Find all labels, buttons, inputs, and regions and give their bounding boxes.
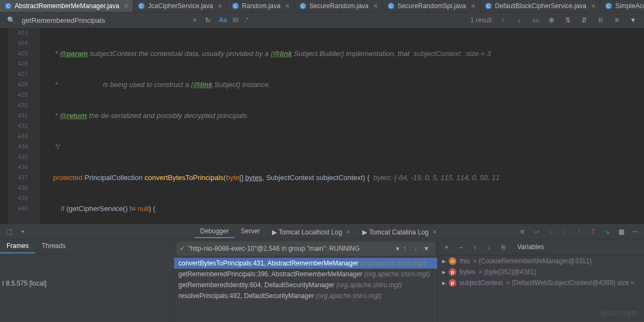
thread-selector[interactable]: ✔ "http-nio-8088-exec-10"@2,546 in group… xyxy=(176,242,435,256)
debug-panel: ⬚ + Debugger Server ▶ Tomcat Localhost L… xyxy=(0,224,644,322)
param-icon: p xyxy=(449,279,456,287)
tab-file[interactable]: CSimpleAccount xyxy=(600,0,644,12)
svg-text:C: C xyxy=(7,3,10,9)
watermark: @51CTO博客 xyxy=(600,309,637,318)
param-icon: p xyxy=(449,268,456,276)
step-out-icon[interactable]: ↑ xyxy=(573,226,584,237)
close-icon[interactable]: × xyxy=(218,2,222,10)
search-icon: 🔍 xyxy=(5,15,16,26)
tab-file[interactable]: CDefaultBlockCipherService.java× xyxy=(480,0,600,12)
export-icon[interactable]: ⎘ xyxy=(595,15,606,26)
close-icon[interactable]: × xyxy=(591,2,596,10)
tab-server[interactable]: Server xyxy=(236,225,265,238)
funnel-icon[interactable]: ▼ xyxy=(421,243,432,254)
step-into-icon[interactable]: ↓ xyxy=(545,226,556,237)
java-class-icon: C xyxy=(299,2,307,10)
add-watch-icon[interactable]: + xyxy=(441,242,452,253)
run-to-cursor-icon[interactable]: ↘ xyxy=(602,226,612,237)
svg-text:C: C xyxy=(301,3,305,9)
line-gutter: 4234244254264274284294304314324334344354… xyxy=(8,28,32,224)
trace-icon[interactable]: ⋯ xyxy=(630,226,641,237)
filter-icon[interactable]: ⇵ xyxy=(579,15,590,26)
tab-file[interactable]: CAbstractRememberMeManager.java× xyxy=(0,0,133,12)
result-count: 1 result xyxy=(470,16,492,24)
show-exec-icon[interactable]: ≡ xyxy=(517,226,528,237)
stack-frame[interactable]: resolvePrincipals:492, DefaultSecurityMa… xyxy=(174,290,437,301)
java-class-icon: C xyxy=(605,2,612,10)
drop-frame-icon[interactable]: ⤴ xyxy=(587,226,598,237)
code-area[interactable]: * @param subjectContext the contextual d… xyxy=(40,28,644,224)
history-icon[interactable]: ↻ xyxy=(202,15,213,26)
expand-icon[interactable]: ▸ xyxy=(442,279,445,287)
filter-icon[interactable]: ⇅ xyxy=(562,15,573,26)
svg-text:C: C xyxy=(389,3,393,9)
find-input[interactable] xyxy=(22,16,185,24)
svg-text:C: C xyxy=(234,3,238,9)
stack-frame[interactable]: convertBytesToPrincipals:431, AbstractRe… xyxy=(174,258,437,269)
tab-localhost-log[interactable]: ▶ Tomcat Localhost Log × xyxy=(267,225,356,238)
java-class-icon: C xyxy=(232,2,239,10)
svg-text:C: C xyxy=(607,3,611,9)
java-class-icon: C xyxy=(387,2,395,10)
variable-row[interactable]: ▸≡this = {CookieRememberMeManager@3311} xyxy=(438,256,644,267)
close-icon[interactable]: × xyxy=(124,2,128,10)
java-class-icon: C xyxy=(485,2,492,10)
tomcat-icon: ▶ xyxy=(362,228,367,236)
expand-icon[interactable]: ▸ xyxy=(442,257,445,265)
tab-file[interactable]: CSecureRandom.java× xyxy=(295,0,383,12)
java-class-icon: C xyxy=(138,2,145,10)
remove-watch-icon[interactable]: − xyxy=(455,242,466,253)
svg-text:C: C xyxy=(487,3,491,9)
close-icon[interactable]: × xyxy=(471,2,475,10)
close-icon[interactable]: × xyxy=(346,227,350,236)
close-icon[interactable]: × xyxy=(432,227,437,236)
tab-catalina-log[interactable]: ▶ Tomcat Catalina Log × xyxy=(357,225,442,238)
tab-threads[interactable]: Threads xyxy=(35,239,72,253)
variable-row[interactable]: ▸pbytes = {byte[352]@4381} xyxy=(438,267,644,277)
left-strip xyxy=(0,28,8,224)
regex-toggle[interactable]: .* xyxy=(244,16,249,24)
add-selection-icon[interactable]: ⊕ xyxy=(546,15,557,26)
frame-list: convertBytesToPrincipals:431, AbstractRe… xyxy=(174,258,437,301)
this-icon: ≡ xyxy=(449,257,456,265)
clear-icon[interactable]: × xyxy=(193,16,197,24)
add-icon[interactable]: + xyxy=(17,226,28,237)
fold-column[interactable] xyxy=(32,28,40,224)
funnel-icon[interactable]: ▼ xyxy=(628,15,639,26)
evaluate-icon[interactable]: ▦ xyxy=(616,226,627,237)
server-label: t 8.5.575 [local] xyxy=(0,277,48,289)
next-match-icon[interactable]: ↓ xyxy=(513,15,524,26)
tab-file[interactable]: CSecureRandomSpi.java× xyxy=(383,0,480,12)
find-bar: 🔍 × ↻ Aa W .* 1 result ↑ ↓ ▭ ⊕ ⇅ ⇵ ⎘ ≡ ▼ xyxy=(0,13,644,28)
variable-row[interactable]: ▸psubjectContext = {DefaultWebSubjectCon… xyxy=(438,277,644,288)
stack-frame[interactable]: getRememberedIdentity:604, DefaultSecuri… xyxy=(174,280,437,290)
tab-file[interactable]: CJcaCipherService.java× xyxy=(133,0,227,12)
tab-debugger[interactable]: Debugger xyxy=(195,225,234,238)
prev-frame-icon[interactable]: ↑ xyxy=(399,243,410,254)
stack-frame[interactable]: getRememberedPrincipals:396, AbstractRem… xyxy=(174,269,437,280)
close-icon[interactable]: × xyxy=(374,2,378,10)
select-all-icon[interactable]: ▭ xyxy=(530,15,541,26)
up-icon[interactable]: ↑ xyxy=(469,242,480,253)
copy-icon[interactable]: ⎘ xyxy=(498,242,509,253)
step-over-icon[interactable]: ⤻ xyxy=(531,226,542,237)
expand-icon[interactable]: ▸ xyxy=(442,268,445,276)
layout-icon[interactable]: ⬚ xyxy=(3,226,14,237)
force-step-into-icon[interactable]: ↓ xyxy=(559,226,570,237)
down-icon[interactable]: ↓ xyxy=(484,242,494,253)
words-toggle[interactable]: W xyxy=(233,16,239,24)
tab-frames[interactable]: Frames xyxy=(0,239,35,253)
next-frame-icon[interactable]: ↓ xyxy=(410,243,421,254)
check-icon: ✔ xyxy=(179,245,185,252)
prev-match-icon[interactable]: ↑ xyxy=(497,15,508,26)
java-class-icon: C xyxy=(4,2,12,10)
svg-text:C: C xyxy=(140,3,144,9)
match-case-toggle[interactable]: Aa xyxy=(219,16,227,24)
settings-icon[interactable]: ≡ xyxy=(611,15,622,26)
code-editor: 4234244254264274284294304314324334344354… xyxy=(0,28,644,224)
tomcat-icon: ▶ xyxy=(272,228,277,236)
tab-file[interactable]: CRandom.java× xyxy=(227,0,295,12)
editor-tabs: CAbstractRememberMeManager.java× CJcaCip… xyxy=(0,0,644,13)
close-icon[interactable]: × xyxy=(286,2,290,10)
